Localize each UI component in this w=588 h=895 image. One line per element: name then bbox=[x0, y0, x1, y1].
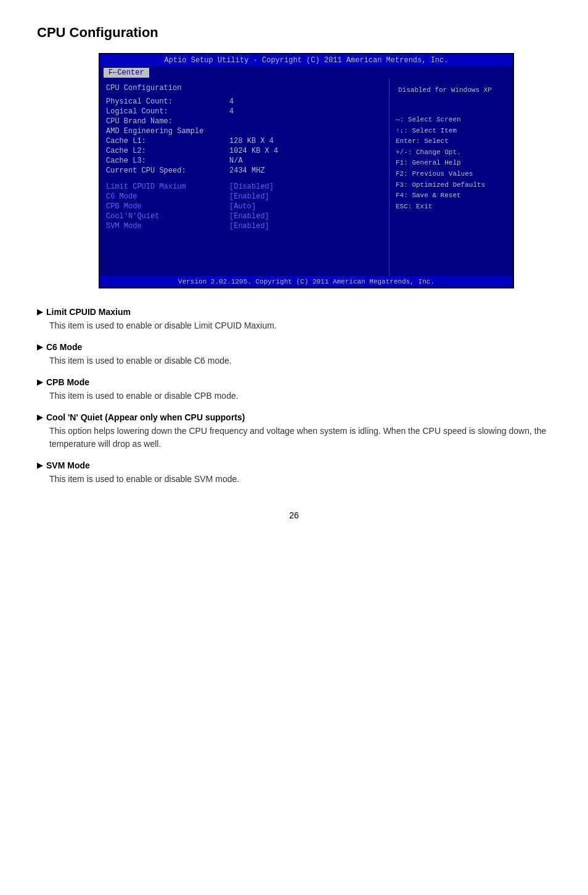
doc-item-title-c6-mode: C6 Mode bbox=[37, 342, 551, 352]
bios-info-box: Disabled for Windows XP bbox=[396, 84, 507, 108]
bios-label-cache-l2: Cache L2: bbox=[106, 147, 229, 155]
bios-help-enter: Enter: Select bbox=[396, 136, 507, 147]
bios-tab-fcenter[interactable]: F←Center bbox=[104, 68, 149, 78]
doc-item-desc-svm-mode: This item is used to enable or disable S… bbox=[49, 473, 551, 486]
bios-body: CPU Configuration Physical Count: 4 Logi… bbox=[100, 79, 513, 276]
doc-item-limit-cpuid: Limit CPUID Maxium This item is used to … bbox=[37, 307, 551, 332]
bios-help-f4: F4: Save & Reset bbox=[396, 190, 507, 202]
bios-option-row-c6-mode[interactable]: C6 Mode [Enabled] bbox=[106, 192, 383, 201]
bios-value-physical: 4 bbox=[229, 97, 234, 106]
doc-item-title-text-limit-cpuid: Limit CPUID Maxium bbox=[46, 307, 131, 317]
bios-option-label-cpb: CPB Mode bbox=[106, 202, 229, 211]
page-number: 26 bbox=[37, 510, 551, 520]
bios-header: Aptio Setup Utility - Copyright (C) 2011… bbox=[100, 54, 513, 67]
bios-option-label-svm: SVM Mode bbox=[106, 222, 229, 231]
bios-option-label-c6: C6 Mode bbox=[106, 192, 229, 201]
doc-item-title-limit-cpuid: Limit CPUID Maxium bbox=[37, 307, 551, 317]
bios-screen: Aptio Setup Utility - Copyright (C) 2011… bbox=[99, 53, 514, 288]
bios-option-value-cpb: [Auto] bbox=[229, 202, 256, 211]
bios-label-cpu-brand: CPU Brand Name: bbox=[106, 117, 229, 126]
bios-help-plus-minus: +/-: Change Opt. bbox=[396, 147, 507, 158]
bios-screen-wrapper: Aptio Setup Utility - Copyright (C) 2011… bbox=[99, 53, 514, 288]
doc-item-title-text-cpb-mode: CPB Mode bbox=[46, 377, 89, 387]
doc-item-c6-mode: C6 Mode This item is used to enable or d… bbox=[37, 342, 551, 367]
bios-tab-row: F←Center bbox=[100, 67, 513, 79]
bios-help-esc: ESC: Exit bbox=[396, 202, 507, 213]
bios-value-cache-l3: N/A bbox=[229, 157, 243, 165]
bios-option-row-cpb-mode[interactable]: CPB Mode [Auto] bbox=[106, 202, 383, 211]
doc-item-title-text-coolnquiet: Cool 'N' Quiet (Appear only when CPU sup… bbox=[46, 412, 245, 422]
doc-item-coolnquiet: Cool 'N' Quiet (Appear only when CPU sup… bbox=[37, 412, 551, 451]
bios-sidebar: Disabled for Windows XP ↔: Select Screen… bbox=[390, 79, 513, 276]
bios-option-row-svm[interactable]: SVM Mode [Enabled] bbox=[106, 222, 383, 231]
page-title: CPU Configuration bbox=[37, 25, 551, 41]
bios-label-cache-l3: Cache L3: bbox=[106, 157, 229, 165]
doc-item-desc-coolnquiet: This option helps lowering down the CPU … bbox=[49, 425, 551, 451]
doc-section: Limit CPUID Maxium This item is used to … bbox=[37, 307, 551, 486]
bios-value-cache-l1: 128 KB X 4 bbox=[229, 137, 274, 145]
bios-option-row-limit-cpuid[interactable]: Limit CPUID Maxium [Disabled] bbox=[106, 182, 383, 191]
bios-row-cache-l2: Cache L2: 1024 KB X 4 bbox=[106, 147, 383, 155]
doc-item-desc-cpb-mode: This item is used to enable or disable C… bbox=[49, 390, 551, 403]
bios-label-cpu-speed: Current CPU Speed: bbox=[106, 166, 229, 175]
bios-help-select-item: ↑↓: Select Item bbox=[396, 126, 507, 137]
bios-help-select-screen: ↔: Select Screen bbox=[396, 115, 507, 126]
bios-row-cpu-brand: CPU Brand Name: bbox=[106, 117, 383, 126]
bios-label-logical: Logical Count: bbox=[106, 107, 229, 116]
bios-value-cpu-speed: 2434 MHZ bbox=[229, 166, 265, 175]
bios-row-amd: AMD Engineering Sample bbox=[106, 127, 383, 136]
bios-row-cache-l1: Cache L1: 128 KB X 4 bbox=[106, 137, 383, 145]
bios-option-label-coolnquiet: Cool'N'Quiet bbox=[106, 212, 229, 221]
doc-item-title-text-svm-mode: SVM Mode bbox=[46, 460, 90, 470]
doc-item-svm-mode: SVM Mode This item is used to enable or … bbox=[37, 460, 551, 486]
doc-item-desc-limit-cpuid: This item is used to enable or disable L… bbox=[49, 319, 551, 332]
bios-option-label-limit-cpuid: Limit CPUID Maxium bbox=[106, 182, 229, 191]
doc-item-title-svm-mode: SVM Mode bbox=[37, 460, 551, 470]
bios-row-logical-count: Logical Count: 4 bbox=[106, 107, 383, 116]
doc-item-title-cpb-mode: CPB Mode bbox=[37, 377, 551, 387]
bios-row-cache-l3: Cache L3: N/A bbox=[106, 157, 383, 165]
bios-label-amd: AMD Engineering Sample bbox=[106, 127, 229, 136]
bios-value-logical: 4 bbox=[229, 107, 234, 116]
doc-item-title-coolnquiet: Cool 'N' Quiet (Appear only when CPU sup… bbox=[37, 412, 551, 422]
bios-main-panel: CPU Configuration Physical Count: 4 Logi… bbox=[100, 79, 390, 276]
doc-item-desc-c6-mode: This item is used to enable or disable C… bbox=[49, 354, 551, 367]
bios-help-f3: F3: Optimized Defaults bbox=[396, 180, 507, 191]
bios-option-row-coolnquiet[interactable]: Cool'N'Quiet [Enabled] bbox=[106, 212, 383, 221]
doc-item-title-text-c6-mode: C6 Mode bbox=[46, 342, 82, 352]
bios-option-value-c6: [Enabled] bbox=[229, 192, 269, 201]
bios-option-value-svm: [Enabled] bbox=[229, 222, 269, 231]
bios-help-text: ↔: Select Screen ↑↓: Select Item Enter: … bbox=[396, 115, 507, 212]
bios-value-cache-l2: 1024 KB X 4 bbox=[229, 147, 278, 155]
bios-help-f1: F1: General Help bbox=[396, 158, 507, 169]
bios-option-value-limit-cpuid: [Disabled] bbox=[229, 182, 274, 191]
bios-label-physical: Physical Count: bbox=[106, 97, 229, 106]
bios-row-cpu-speed: Current CPU Speed: 2434 MHZ bbox=[106, 166, 383, 175]
bios-footer: Version 2.02.1205. Copyright (C) 2011 Am… bbox=[100, 276, 513, 287]
bios-option-value-coolnquiet: [Enabled] bbox=[229, 212, 269, 221]
bios-help-f2: F2: Previous Values bbox=[396, 169, 507, 180]
bios-row-physical-count: Physical Count: 4 bbox=[106, 97, 383, 106]
bios-label-cache-l1: Cache L1: bbox=[106, 137, 229, 145]
bios-section-title: CPU Configuration bbox=[106, 84, 383, 92]
doc-item-cpb-mode: CPB Mode This item is used to enable or … bbox=[37, 377, 551, 403]
